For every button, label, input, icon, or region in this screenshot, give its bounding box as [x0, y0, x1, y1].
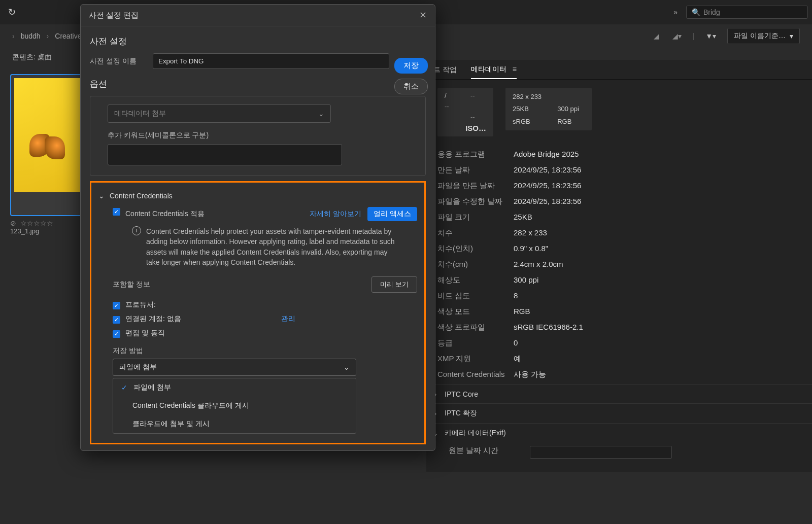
search-input[interactable]: 🔍 Bridg: [686, 6, 808, 19]
cc-description: Content Credentials help protect your as…: [146, 226, 402, 267]
metadata-attach-label: 메타데이터 첨부: [114, 109, 166, 118]
save-method-value: 파일에 첨부: [119, 363, 157, 372]
breadcrumb-item[interactable]: Creative: [55, 32, 81, 40]
section-exif[interactable]: ⌄ 카메라 데이터(Exif): [426, 423, 812, 443]
breadcrumb-item[interactable]: buddh: [21, 32, 41, 40]
chevron-right-icon: ›: [47, 32, 49, 40]
iso-label: ISO…: [445, 124, 486, 132]
search-icon: 🔍: [692, 8, 700, 16]
thumbnail-item[interactable]: ⊘ ☆☆☆☆☆ 123_1.jpg: [10, 74, 89, 235]
apply-cc-label: Content Credentials 적용: [125, 209, 205, 219]
chevron-down-icon: ⌄: [318, 110, 324, 118]
apply-cc-checkbox[interactable]: ✓: [113, 208, 120, 216]
exif-orig-date-label: 원본 날짜 시간: [449, 446, 525, 459]
linked-account-checkbox[interactable]: ✓: [113, 316, 120, 324]
overflow-icon[interactable]: »: [667, 8, 682, 16]
search-placeholder: Bridg: [703, 8, 720, 16]
metadata-attach-select[interactable]: 메타데이터 첨부 ⌄: [108, 104, 331, 123]
section-iptc-ext[interactable]: › IPTC 확장: [426, 403, 812, 423]
producer-checkbox[interactable]: ✓: [113, 302, 120, 309]
thumbnail-image: [14, 78, 85, 192]
content-credentials-section: ⌄ Content Credentials ✓ Content Credenti…: [90, 181, 426, 444]
chevron-down-icon[interactable]: ⌄: [98, 192, 105, 200]
sort-asc-icon[interactable]: ◢: [652, 32, 661, 40]
keywords-label: 추가 키워드(세미콜론으로 구분): [108, 131, 417, 140]
preset-name-input[interactable]: [153, 53, 389, 69]
camera-summary-block: /-- -- -- ISO…: [437, 88, 493, 136]
sort-desc-icon[interactable]: ◢▾: [670, 32, 684, 40]
exif-orig-date-input[interactable]: [530, 446, 672, 459]
section-iptc-core[interactable]: › IPTC Core: [426, 385, 812, 403]
thumbnail-frame: [10, 74, 89, 216]
preview-button[interactable]: 미리 보기: [371, 276, 417, 293]
producer-label: 프로듀서:: [125, 300, 156, 309]
panel-menu-icon[interactable]: ≡: [513, 65, 517, 73]
chevron-down-icon: ▾: [790, 32, 793, 40]
cc-header-label: Content Credentials: [110, 192, 173, 200]
save-method-dropdown: 파일에 첨부 Content Credentials 클라우드에 게시 클라우드…: [113, 378, 356, 434]
dialog-title: 사전 설정 편집: [89, 11, 139, 20]
chevron-right-icon: ›: [12, 32, 15, 40]
linked-account-label: 연결된 계정: 없음: [125, 315, 181, 324]
keywords-input[interactable]: [108, 144, 342, 165]
save-button[interactable]: 저장: [394, 58, 428, 74]
refresh-icon[interactable]: ↻: [4, 7, 20, 18]
save-method-option-attach[interactable]: 파일에 첨부: [113, 378, 356, 397]
file-summary-block: 282 x 233 25KB300 ppi sRGBRGB: [505, 88, 592, 130]
reject-icon[interactable]: ⊘: [10, 219, 16, 227]
metadata-panel: 트 작업 메타데이터 ≡ /-- -- -- ISO… 282 x 233 25…: [426, 60, 812, 472]
save-method-label: 저장 방법: [98, 340, 417, 359]
thumbnail-filename: 123_1.jpg: [10, 227, 89, 235]
close-icon[interactable]: ✕: [419, 10, 427, 21]
include-info-label: 포함할 정보: [113, 280, 150, 289]
tab-metadata[interactable]: 메타데이터 ≡: [471, 61, 517, 79]
early-access-badge: 얼리 액세스: [367, 207, 417, 221]
preset-name-label: 사전 설정 이름: [90, 57, 146, 66]
cancel-button[interactable]: 취소: [394, 79, 428, 94]
manage-link[interactable]: 관리: [281, 315, 295, 324]
chevron-down-icon: ⌄: [344, 363, 350, 371]
filter-icon[interactable]: ▼▾: [703, 32, 718, 40]
tab-tasks[interactable]: 트 작업: [433, 61, 457, 79]
preset-edit-dialog: 사전 설정 편집 ✕ 사전 설정 사전 설정 이름 저장 취소 옵션 메타데이터…: [80, 4, 435, 451]
learn-more-link[interactable]: 자세히 알아보기: [310, 209, 361, 219]
preset-heading: 사전 설정: [90, 36, 426, 47]
save-method-option-cloud[interactable]: Content Credentials 클라우드에 게시: [113, 397, 356, 415]
options-box: 메타데이터 첨부 ⌄ 추가 키워드(세미콜론으로 구분): [90, 96, 426, 176]
options-heading: 옵션: [90, 78, 426, 90]
save-method-select[interactable]: 파일에 첨부 ⌄: [113, 359, 356, 376]
sort-dropdown[interactable]: 파일 이름기준… ▾: [727, 28, 800, 44]
edit-behavior-checkbox[interactable]: ✓: [113, 330, 120, 338]
tab-metadata-label: 메타데이터: [471, 65, 506, 73]
star-rating[interactable]: ☆☆☆☆☆: [20, 219, 53, 227]
edit-behavior-label: 편집 및 동작: [125, 329, 165, 338]
save-method-option-both[interactable]: 클라우드에 첨부 및 게시: [113, 415, 356, 433]
sort-label: 파일 이름기준…: [734, 31, 786, 41]
info-icon: i: [132, 226, 141, 235]
metadata-fields: 응용 프로그램Adobe Bridge 2025 만든 날짜2024/9/25,…: [426, 145, 812, 385]
